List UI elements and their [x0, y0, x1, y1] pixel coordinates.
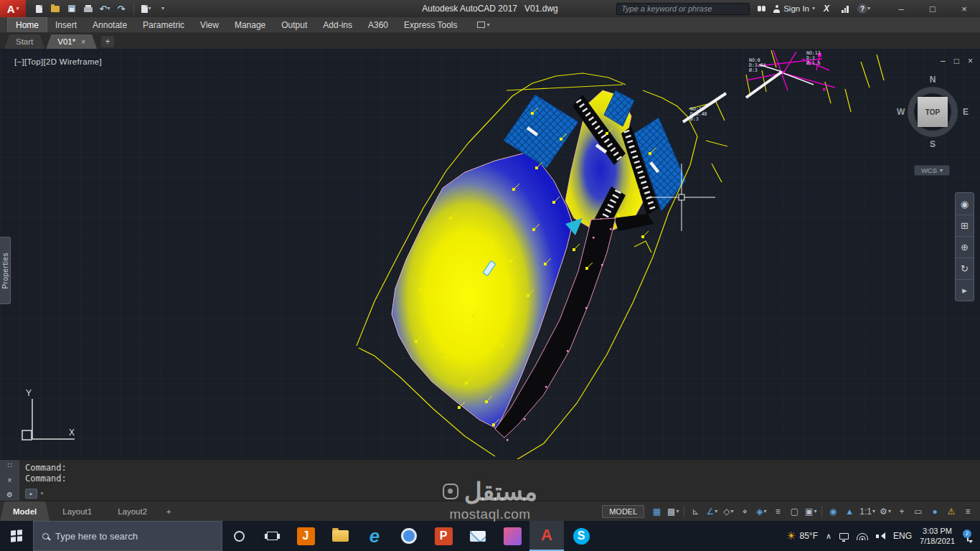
model-space-button[interactable]: MODEL	[602, 505, 644, 518]
taskbar-app-photos[interactable]	[495, 521, 529, 551]
command-grip-icon[interactable]: ∷	[7, 462, 11, 469]
viewcube-south[interactable]: S	[930, 139, 936, 149]
qat-customize-button[interactable]: ▾	[156, 2, 170, 15]
vp-close-icon[interactable]: ×	[968, 56, 973, 66]
clock-widget[interactable]: 3:03 PM 7/18/2021	[920, 526, 955, 547]
viewcube[interactable]: N S W E TOP	[895, 75, 970, 149]
redo-button[interactable]: ↷	[114, 2, 128, 15]
tab-parametric[interactable]: Parametric	[135, 17, 192, 32]
tab-close-icon[interactable]: ×	[81, 38, 85, 46]
help-button[interactable]: ?▾	[857, 2, 871, 15]
file-tab-start[interactable]: Start	[4, 34, 44, 49]
tab-output[interactable]: Output	[273, 17, 315, 32]
customization-button[interactable]: ≡	[960, 504, 976, 519]
new-button[interactable]	[32, 2, 46, 15]
properties-palette-tab[interactable]: Properties	[0, 237, 11, 304]
zoom-button[interactable]: ⊕	[956, 236, 974, 258]
lineweight-toggle[interactable]: ≡	[770, 504, 786, 519]
language-indicator[interactable]: ENG	[893, 531, 912, 541]
ribbon-minimize-button[interactable]: ▾	[473, 17, 494, 32]
polar-tracking-toggle[interactable]: ∠▾	[704, 504, 720, 519]
command-input-row[interactable]: ▸ ▾	[25, 489, 44, 499]
undo-button[interactable]: ↶▾	[98, 2, 112, 15]
isolate-objects-button[interactable]: ▭	[910, 504, 926, 519]
layout-tab-layout1[interactable]: Layout1	[50, 501, 105, 521]
command-history[interactable]: Command: Command: ▸ ▾	[19, 460, 980, 501]
taskbar-app-powerpoint[interactable]: P	[426, 521, 461, 551]
start-button[interactable]	[0, 521, 33, 551]
command-customize-icon[interactable]: ⚙	[6, 491, 13, 499]
command-close-icon[interactable]: ×	[8, 477, 12, 484]
workspace-button[interactable]: ▾	[139, 2, 154, 15]
annotation-scale-button[interactable]: 1:1▾	[858, 504, 877, 519]
autodesk-exchange-button[interactable]: X	[819, 2, 834, 15]
volume-icon[interactable]	[876, 532, 885, 540]
sign-in-button[interactable]: Sign In ▾	[773, 4, 815, 13]
pan-button[interactable]: ⊞	[956, 215, 974, 236]
tab-manage[interactable]: Manage	[227, 17, 273, 32]
viewcube-top-face[interactable]: TOP	[918, 97, 948, 127]
taskbar-app-file-explorer[interactable]	[323, 521, 357, 551]
close-button[interactable]: ×	[948, 0, 980, 17]
recent-commands-caret-icon[interactable]: ▾	[40, 491, 44, 496]
taskbar-app-java[interactable]: J	[288, 521, 323, 551]
object-snap-toggle[interactable]: ◈▾	[753, 504, 769, 519]
taskbar-app-mail[interactable]	[461, 521, 495, 551]
open-button[interactable]	[48, 2, 62, 15]
maximize-button[interactable]: □	[917, 0, 948, 17]
new-layout-button[interactable]: +	[160, 501, 177, 521]
selection-cycling-toggle[interactable]: ▣▾	[803, 504, 819, 519]
viewport-controls[interactable]: [−][Top][2D Wireframe]	[14, 57, 102, 66]
action-center-button[interactable]: 2	[963, 527, 973, 545]
save-button[interactable]	[65, 2, 79, 15]
tab-annotate[interactable]: Annotate	[85, 17, 135, 32]
osnap-tracking-toggle[interactable]: ⌖	[737, 504, 753, 519]
orbit-button[interactable]: ↻	[956, 258, 974, 279]
viewcube-west[interactable]: W	[897, 107, 905, 117]
viewcube-north[interactable]: N	[930, 75, 936, 85]
tab-a360[interactable]: A360	[360, 17, 396, 32]
tab-home[interactable]: Home	[7, 17, 47, 32]
tab-addins[interactable]: Add-ins	[315, 17, 360, 32]
taskbar-app-browser[interactable]	[392, 521, 426, 551]
help-search-input[interactable]	[616, 3, 750, 15]
graphics-performance-button[interactable]: ●	[927, 504, 943, 519]
tab-express-tools[interactable]: Express Tools	[396, 17, 465, 32]
navbar-more-button[interactable]: ▸	[956, 279, 974, 301]
annotation-visibility-toggle[interactable]: ◉	[825, 504, 841, 519]
tab-insert[interactable]: Insert	[47, 17, 85, 32]
taskbar-app-skype[interactable]: S	[564, 521, 598, 551]
snap-toggle[interactable]: ▩▾	[665, 504, 681, 519]
taskbar-search[interactable]: Type here to search	[33, 521, 222, 551]
ortho-toggle[interactable]: ⊾	[687, 504, 703, 519]
recent-commands-icon[interactable]: ▸	[25, 489, 37, 499]
tab-view[interactable]: View	[192, 17, 227, 32]
new-tab-button[interactable]: +	[101, 36, 114, 47]
wcs-dropdown[interactable]: WCS ▾	[914, 165, 950, 176]
layout-tab-layout2[interactable]: Layout2	[105, 501, 160, 521]
task-view-button[interactable]	[255, 521, 288, 551]
performance-warning-button[interactable]: ⚠	[943, 504, 959, 519]
network-icon[interactable]	[857, 532, 868, 540]
weather-widget[interactable]: ☀ 85°F	[786, 529, 818, 542]
viewcube-east[interactable]: E	[963, 107, 969, 117]
vp-minimize-icon[interactable]: –	[941, 56, 946, 66]
application-menu-button[interactable]: A ▾	[0, 0, 26, 17]
vp-restore-icon[interactable]: □	[954, 56, 959, 66]
annotation-monitor-button[interactable]: +	[894, 504, 910, 519]
magenta-utility-lines[interactable]	[746, 50, 835, 90]
display-tray-icon[interactable]	[839, 533, 849, 540]
analytics-button[interactable]	[838, 2, 852, 15]
layout-tab-model[interactable]: Model	[0, 501, 50, 521]
isodraft-toggle[interactable]: ◇▾	[720, 504, 736, 519]
plot-button[interactable]	[81, 2, 95, 15]
taskbar-app-edge[interactable]: e	[357, 521, 392, 551]
annotation-autoscale-toggle[interactable]: ▲	[842, 504, 857, 519]
transparency-toggle[interactable]: ▢	[786, 504, 802, 519]
cortana-button[interactable]	[222, 521, 255, 551]
search-button[interactable]	[754, 2, 768, 15]
taskbar-app-autocad[interactable]: A	[529, 521, 564, 551]
drawing-area[interactable]: NO:18D:3.48Ø:3 NO:0D:3.84Ø:3 NO:13D:3Ø:1…	[0, 49, 980, 459]
steering-wheel-button[interactable]: ◉	[956, 193, 974, 215]
tray-overflow-button[interactable]: ∧	[826, 532, 831, 541]
